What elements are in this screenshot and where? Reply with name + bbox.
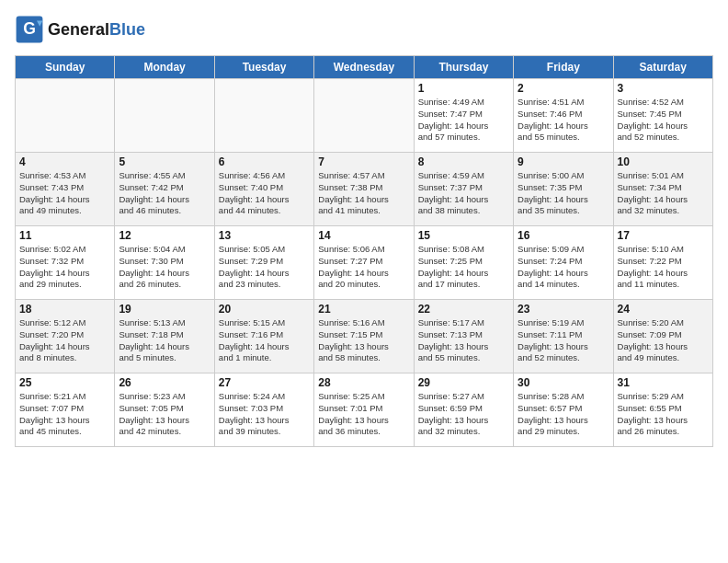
week-row-4: 18Sunrise: 5:12 AM Sunset: 7:20 PM Dayli… [16, 300, 713, 373]
day-number: 30 [518, 376, 609, 389]
day-info: Sunrise: 5:25 AM Sunset: 7:01 PM Dayligh… [318, 391, 409, 438]
day-info: Sunrise: 4:51 AM Sunset: 7:46 PM Dayligh… [518, 97, 609, 144]
header-row: SundayMondayTuesdayWednesdayThursdayFrid… [16, 56, 713, 79]
calendar-cell: 23Sunrise: 5:19 AM Sunset: 7:11 PM Dayli… [514, 300, 613, 373]
calendar-cell: 6Sunrise: 4:56 AM Sunset: 7:40 PM Daylig… [214, 153, 313, 226]
day-number: 1 [418, 82, 509, 95]
day-number: 22 [418, 303, 509, 316]
calendar-cell [214, 79, 313, 153]
day-number: 3 [618, 82, 709, 95]
day-number: 14 [318, 229, 409, 242]
day-header-tuesday: Tuesday [214, 56, 313, 79]
day-info: Sunrise: 5:13 AM Sunset: 7:18 PM Dayligh… [119, 317, 210, 364]
week-row-1: 1Sunrise: 4:49 AM Sunset: 7:47 PM Daylig… [16, 79, 713, 153]
day-header-wednesday: Wednesday [314, 56, 414, 79]
day-number: 19 [119, 303, 210, 316]
day-info: Sunrise: 4:52 AM Sunset: 7:45 PM Dayligh… [618, 97, 709, 144]
calendar-cell: 7Sunrise: 4:57 AM Sunset: 7:38 PM Daylig… [314, 153, 414, 226]
week-row-3: 11Sunrise: 5:02 AM Sunset: 7:32 PM Dayli… [16, 226, 713, 300]
day-info: Sunrise: 5:20 AM Sunset: 7:09 PM Dayligh… [618, 317, 709, 364]
day-info: Sunrise: 5:17 AM Sunset: 7:13 PM Dayligh… [418, 317, 509, 364]
week-row-2: 4Sunrise: 4:53 AM Sunset: 7:43 PM Daylig… [16, 153, 713, 226]
calendar-cell: 31Sunrise: 5:29 AM Sunset: 6:55 PM Dayli… [613, 373, 712, 447]
calendar-cell: 26Sunrise: 5:23 AM Sunset: 7:05 PM Dayli… [115, 373, 214, 447]
day-info: Sunrise: 5:02 AM Sunset: 7:32 PM Dayligh… [19, 244, 110, 291]
day-header-sunday: Sunday [16, 56, 115, 79]
day-info: Sunrise: 5:27 AM Sunset: 6:59 PM Dayligh… [418, 391, 509, 438]
day-number: 21 [318, 303, 409, 316]
calendar-cell: 19Sunrise: 5:13 AM Sunset: 7:18 PM Dayli… [115, 300, 214, 373]
day-number: 12 [119, 229, 210, 242]
calendar-cell: 25Sunrise: 5:21 AM Sunset: 7:07 PM Dayli… [16, 373, 115, 447]
logo-icon: G [15, 15, 44, 44]
day-number: 20 [219, 303, 310, 316]
day-info: Sunrise: 5:00 AM Sunset: 7:35 PM Dayligh… [518, 170, 609, 217]
day-number: 15 [418, 229, 509, 242]
calendar-cell: 8Sunrise: 4:59 AM Sunset: 7:37 PM Daylig… [414, 153, 513, 226]
calendar-cell: 20Sunrise: 5:15 AM Sunset: 7:16 PM Dayli… [214, 300, 313, 373]
calendar-cell: 15Sunrise: 5:08 AM Sunset: 7:25 PM Dayli… [414, 226, 513, 300]
calendar-cell [16, 79, 115, 153]
calendar-cell: 29Sunrise: 5:27 AM Sunset: 6:59 PM Dayli… [414, 373, 513, 447]
day-number: 24 [618, 303, 709, 316]
day-number: 6 [219, 155, 310, 168]
day-info: Sunrise: 5:28 AM Sunset: 6:57 PM Dayligh… [518, 391, 609, 438]
day-header-friday: Friday [514, 56, 613, 79]
day-info: Sunrise: 5:04 AM Sunset: 7:30 PM Dayligh… [119, 244, 210, 291]
calendar-cell: 3Sunrise: 4:52 AM Sunset: 7:45 PM Daylig… [613, 79, 712, 153]
calendar-cell: 30Sunrise: 5:28 AM Sunset: 6:57 PM Dayli… [514, 373, 613, 447]
day-header-saturday: Saturday [613, 56, 712, 79]
calendar-cell: 16Sunrise: 5:09 AM Sunset: 7:24 PM Dayli… [514, 226, 613, 300]
calendar-cell: 9Sunrise: 5:00 AM Sunset: 7:35 PM Daylig… [514, 153, 613, 226]
header: G GeneralBlue [15, 15, 713, 44]
day-number: 9 [518, 155, 609, 168]
day-number: 29 [418, 376, 509, 389]
calendar-cell: 10Sunrise: 5:01 AM Sunset: 7:34 PM Dayli… [613, 153, 712, 226]
calendar-cell [115, 79, 214, 153]
day-number: 17 [618, 229, 709, 242]
day-number: 16 [518, 229, 609, 242]
day-number: 7 [318, 155, 409, 168]
day-number: 25 [19, 376, 110, 389]
calendar-cell: 27Sunrise: 5:24 AM Sunset: 7:03 PM Dayli… [214, 373, 313, 447]
calendar-table: SundayMondayTuesdayWednesdayThursdayFrid… [15, 55, 713, 447]
day-number: 26 [119, 376, 210, 389]
day-number: 5 [119, 155, 210, 168]
svg-text:G: G [23, 19, 36, 38]
day-number: 10 [618, 155, 709, 168]
day-info: Sunrise: 5:21 AM Sunset: 7:07 PM Dayligh… [19, 391, 110, 438]
day-number: 18 [19, 303, 110, 316]
day-number: 31 [618, 376, 709, 389]
calendar-cell: 18Sunrise: 5:12 AM Sunset: 7:20 PM Dayli… [16, 300, 115, 373]
calendar-cell: 28Sunrise: 5:25 AM Sunset: 7:01 PM Dayli… [314, 373, 414, 447]
day-info: Sunrise: 5:08 AM Sunset: 7:25 PM Dayligh… [418, 244, 509, 291]
day-info: Sunrise: 5:05 AM Sunset: 7:29 PM Dayligh… [219, 244, 310, 291]
day-header-monday: Monday [115, 56, 214, 79]
calendar-cell: 2Sunrise: 4:51 AM Sunset: 7:46 PM Daylig… [514, 79, 613, 153]
day-number: 28 [318, 376, 409, 389]
day-number: 13 [219, 229, 310, 242]
day-info: Sunrise: 4:53 AM Sunset: 7:43 PM Dayligh… [19, 170, 110, 217]
day-info: Sunrise: 4:56 AM Sunset: 7:40 PM Dayligh… [219, 170, 310, 217]
day-info: Sunrise: 4:55 AM Sunset: 7:42 PM Dayligh… [119, 170, 210, 217]
day-info: Sunrise: 5:19 AM Sunset: 7:11 PM Dayligh… [518, 317, 609, 364]
logo: G GeneralBlue [15, 15, 145, 44]
day-info: Sunrise: 5:23 AM Sunset: 7:05 PM Dayligh… [119, 391, 210, 438]
day-info: Sunrise: 5:16 AM Sunset: 7:15 PM Dayligh… [318, 317, 409, 364]
day-number: 8 [418, 155, 509, 168]
calendar-cell: 22Sunrise: 5:17 AM Sunset: 7:13 PM Dayli… [414, 300, 513, 373]
calendar-cell: 17Sunrise: 5:10 AM Sunset: 7:22 PM Dayli… [613, 226, 712, 300]
day-info: Sunrise: 5:24 AM Sunset: 7:03 PM Dayligh… [219, 391, 310, 438]
day-header-thursday: Thursday [414, 56, 513, 79]
day-info: Sunrise: 5:09 AM Sunset: 7:24 PM Dayligh… [518, 244, 609, 291]
calendar-cell: 21Sunrise: 5:16 AM Sunset: 7:15 PM Dayli… [314, 300, 414, 373]
calendar-cell: 5Sunrise: 4:55 AM Sunset: 7:42 PM Daylig… [115, 153, 214, 226]
day-number: 4 [19, 155, 110, 168]
calendar-cell: 14Sunrise: 5:06 AM Sunset: 7:27 PM Dayli… [314, 226, 414, 300]
day-info: Sunrise: 4:57 AM Sunset: 7:38 PM Dayligh… [318, 170, 409, 217]
calendar-cell: 4Sunrise: 4:53 AM Sunset: 7:43 PM Daylig… [16, 153, 115, 226]
day-number: 11 [19, 229, 110, 242]
day-info: Sunrise: 4:59 AM Sunset: 7:37 PM Dayligh… [418, 170, 509, 217]
logo-text: GeneralBlue [48, 20, 145, 40]
day-number: 2 [518, 82, 609, 95]
